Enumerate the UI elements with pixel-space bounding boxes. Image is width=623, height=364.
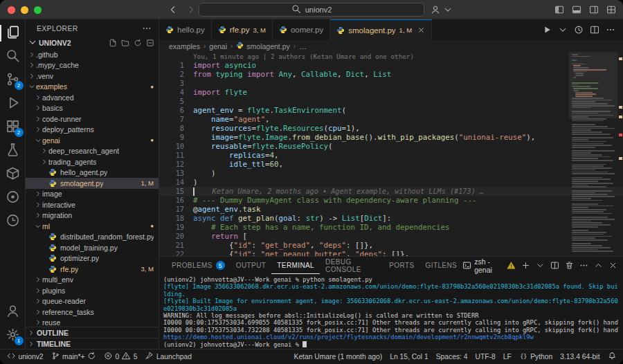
code-line-22[interactable]: 22 {"id": "get_peanut_butter", "deps": […	[159, 250, 623, 256]
code-line-8[interactable]: 8 resources=flyte.Resources(cpu=1),	[159, 124, 623, 133]
status-python-interpreter[interactable]: 3.13.4 64-bit	[560, 353, 599, 361]
tree-item-github[interactable]: .github	[26, 49, 159, 60]
tree-item-multi-env[interactable]: multi_env	[26, 275, 159, 286]
copilot-caret-icon[interactable]	[443, 5, 453, 17]
code-line-2[interactable]: 2from typing import Any, Callable, Dict,…	[159, 70, 623, 79]
code-line-19[interactable]: 19 # Each step has a name, function ID, …	[159, 223, 623, 232]
line-number[interactable]: 9	[159, 133, 184, 142]
activity-search[interactable]	[0, 45, 26, 69]
section-timeline[interactable]: TIMELINE	[26, 338, 159, 349]
forward-icon[interactable]	[186, 5, 196, 15]
code-line-17[interactable]: 17@agent_env.task	[159, 205, 623, 214]
tree-item-reuse[interactable]: reuse	[26, 318, 159, 327]
tree-item-optimizer-py[interactable]: optimizer.py	[26, 253, 159, 264]
tab-rfe-py[interactable]: rfe.py3, M	[212, 19, 273, 40]
close-tab-icon[interactable]	[417, 26, 425, 34]
line-number[interactable]: 10	[159, 142, 184, 151]
line-number[interactable]: 5	[159, 97, 184, 106]
tree-item-deep-research-agent[interactable]: deep_research_agent	[26, 146, 159, 157]
line-number[interactable]: 19	[159, 223, 184, 232]
status-cursor-position[interactable]: Ln 15, Col 1	[390, 353, 428, 361]
tree-item-distributed-random-forest-py[interactable]: distributed_random_forest.py	[26, 232, 159, 243]
line-number[interactable]: 2	[159, 70, 184, 79]
command-center-search[interactable]: unionv2	[199, 3, 424, 17]
tree-item-smolagent-py[interactable]: smolagent.py1, M	[26, 178, 159, 189]
code-line-14[interactable]: 14)	[159, 178, 623, 187]
tree-item-reference-tasks[interactable]: reference_tasks	[26, 307, 159, 318]
status-indentation[interactable]: Spaces: 4	[436, 353, 468, 361]
tree-item-examples[interactable]: examples●	[26, 82, 159, 93]
code-line-11[interactable]: 11 replicas=4,	[159, 151, 623, 160]
tree-item-genai[interactable]: genai●	[26, 135, 159, 146]
panel-tab-output[interactable]: OUTPUT	[231, 257, 272, 274]
tree-item-venv[interactable]: .venv	[26, 71, 159, 82]
tree-item-model-training-py[interactable]: model_training.py	[26, 242, 159, 253]
close-window-button[interactable]	[8, 6, 15, 14]
line-number[interactable]: 11	[159, 151, 184, 160]
line-number[interactable]: 1	[159, 61, 184, 70]
activity-settings[interactable]: 1	[0, 324, 26, 347]
close-panel-button[interactable]	[608, 261, 617, 270]
line-number[interactable]: 21	[159, 241, 184, 250]
toggle-secondary-sidebar-button[interactable]	[589, 5, 599, 15]
panel-tab-debug-console[interactable]: DEBUG CONSOLE	[320, 257, 383, 274]
maximize-panel-button[interactable]	[594, 261, 603, 270]
line-number[interactable]: 8	[159, 124, 184, 133]
code-line-20[interactable]: 20 return [	[159, 232, 623, 241]
new-file-button[interactable]	[109, 39, 117, 47]
code-line-10[interactable]: 10 reusable=flyte.ReusePolicy(	[159, 142, 623, 151]
line-number[interactable]: 20	[159, 232, 184, 241]
section-outline[interactable]: OUTLINE	[26, 327, 159, 338]
refresh-explorer-button[interactable]	[134, 39, 142, 47]
line-number[interactable]: 6	[159, 106, 184, 115]
panel-tab-ports[interactable]: PORTS	[383, 257, 419, 274]
tree-item-basics[interactable]: basics	[26, 103, 159, 114]
code-line-7[interactable]: 7 name="agent",	[159, 115, 623, 124]
terminal-dropdown-button[interactable]	[536, 261, 545, 270]
tree-item-migration[interactable]: migration	[26, 210, 159, 221]
line-number[interactable]: 3	[159, 79, 184, 88]
code-line-4[interactable]: 4import flyte	[159, 88, 623, 97]
copilot-icon[interactable]	[431, 5, 440, 17]
line-number[interactable]: 14	[159, 178, 184, 187]
code-line-21[interactable]: 21 {"id": "get_bread", "deps": []},	[159, 241, 623, 250]
tree-item-rfe-py[interactable]: rfe.py3, M	[26, 264, 159, 275]
status-git-branch[interactable]: main*+	[51, 352, 96, 362]
toggle-primary-sidebar-button[interactable]	[554, 5, 564, 15]
line-number[interactable]: 4	[159, 88, 184, 97]
activity-union[interactable]	[0, 186, 26, 210]
workspace-section-header[interactable]: UNIONV2	[26, 37, 159, 49]
panel-tab-gitlens[interactable]: GITLENS	[420, 257, 463, 274]
panel-tab-problems[interactable]: PROBLEMS5	[166, 257, 231, 274]
terminal-tab[interactable]: zsh - genai	[462, 257, 516, 274]
code-line-12[interactable]: 12 idle_ttl=60,	[159, 160, 623, 169]
timeline-icon[interactable]	[574, 25, 584, 35]
kill-terminal-button[interactable]	[565, 261, 574, 270]
activity-gitlens[interactable]	[0, 210, 26, 233]
code-line-5[interactable]: 5	[159, 97, 623, 106]
activity-accounts[interactable]	[0, 300, 26, 324]
code-editor[interactable]: You, 1 minute ago | 2 authors (Ketan Uma…	[159, 52, 623, 256]
line-number[interactable]: 22	[159, 250, 184, 256]
tree-item-hello-agent-py[interactable]: hello_agent.py	[26, 167, 159, 179]
activity-extensions[interactable]: 2	[0, 116, 26, 139]
editor-more-actions-button[interactable]	[606, 25, 615, 35]
zoom-window-button[interactable]	[34, 6, 42, 14]
tree-item-image[interactable]: image	[26, 189, 159, 200]
activity-explorer[interactable]	[0, 21, 26, 45]
collapse-folders-button[interactable]	[146, 39, 154, 47]
tree-item-interactive[interactable]: interactive	[26, 199, 159, 210]
tree-item-deploy-patterns[interactable]: deploy_patterns	[26, 125, 159, 136]
code-line-6[interactable]: 6agent_env = flyte.TaskEnvironment(	[159, 106, 623, 115]
minimize-window-button[interactable]	[21, 6, 28, 14]
toggle-panel-button[interactable]	[572, 5, 581, 15]
status-language-mode[interactable]: {}Python	[519, 352, 553, 362]
code-line-18[interactable]: 18async def get_plan(goal: str) -> List[…	[159, 214, 623, 223]
terminal[interactable]: (unionv2) johnvotta@JV---Work genai % py…	[159, 274, 623, 349]
line-number[interactable]: 16	[159, 196, 184, 205]
panel-tab-terminal[interactable]: TERMINAL	[271, 257, 320, 274]
tree-item-trading-agents[interactable]: trading_agents	[26, 156, 159, 167]
line-number[interactable]: 15	[159, 187, 184, 196]
tree-item-mypy-cache[interactable]: .mypy_cache	[26, 60, 159, 71]
breadcrumb-item-[interactable]: …	[299, 42, 307, 51]
